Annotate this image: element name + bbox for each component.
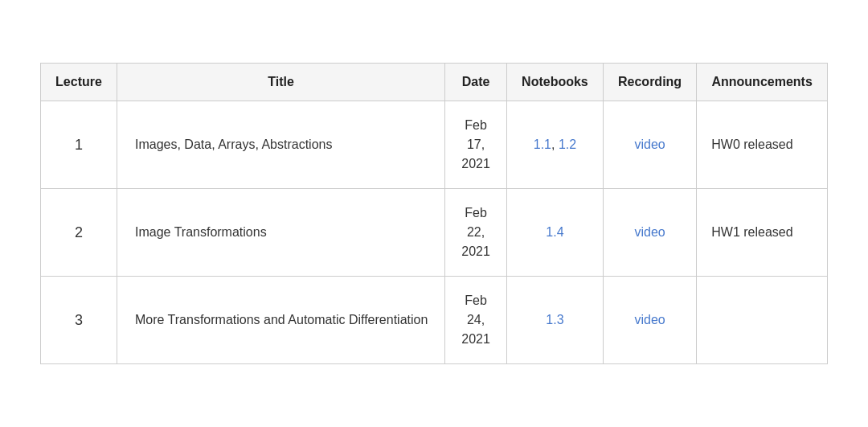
table-header-row: Lecture Title Date Notebooks Recording A… xyxy=(41,64,828,101)
lecture-table-container: Lecture Title Date Notebooks Recording A… xyxy=(40,63,828,364)
row1-title: Images, Data, Arrays, Abstractions xyxy=(117,101,445,189)
row3-notebooks: 1.3 xyxy=(506,277,603,364)
table-row: 3 More Transformations and Automatic Dif… xyxy=(41,277,828,364)
col-header-notebooks: Notebooks xyxy=(506,64,603,101)
row2-video-link[interactable]: video xyxy=(634,225,665,239)
row2-announcements: HW1 released xyxy=(697,189,828,277)
row2-recording: video xyxy=(603,189,696,277)
row2-title: Image Transformations xyxy=(117,189,445,277)
row2-notebook-1-4[interactable]: 1.4 xyxy=(546,225,563,239)
row3-notebook-1-3[interactable]: 1.3 xyxy=(546,313,563,326)
lecture-table: Lecture Title Date Notebooks Recording A… xyxy=(40,63,828,364)
row2-notebooks: 1.4 xyxy=(506,189,603,277)
row1-notebook-1-1[interactable]: 1.1 xyxy=(534,138,551,151)
row1-notebook-1-2[interactable]: 1.2 xyxy=(559,138,576,151)
table-row: 2 Image Transformations Feb 22, 2021 1.4… xyxy=(41,189,828,277)
row1-announcements: HW0 released xyxy=(697,101,828,189)
row2-lecture: 2 xyxy=(41,189,117,277)
row3-lecture: 3 xyxy=(41,277,117,364)
row1-notebooks: 1.1, 1.2 xyxy=(506,101,603,189)
col-header-lecture: Lecture xyxy=(41,64,117,101)
row3-recording: video xyxy=(603,277,696,364)
row1-video-link[interactable]: video xyxy=(634,138,665,151)
col-header-recording: Recording xyxy=(603,64,696,101)
row1-lecture: 1 xyxy=(41,101,117,189)
col-header-date: Date xyxy=(445,64,507,101)
row3-video-link[interactable]: video xyxy=(634,313,665,326)
table-row: 1 Images, Data, Arrays, Abstractions Feb… xyxy=(41,101,828,189)
row2-date: Feb 22, 2021 xyxy=(445,189,507,277)
row1-recording: video xyxy=(603,101,696,189)
row3-announcements xyxy=(697,277,828,364)
row1-date: Feb 17, 2021 xyxy=(445,101,507,189)
row3-title: More Transformations and Automatic Diffe… xyxy=(117,277,445,364)
row3-date: Feb 24, 2021 xyxy=(445,277,507,364)
col-header-announcements: Announcements xyxy=(697,64,828,101)
col-header-title: Title xyxy=(117,64,445,101)
